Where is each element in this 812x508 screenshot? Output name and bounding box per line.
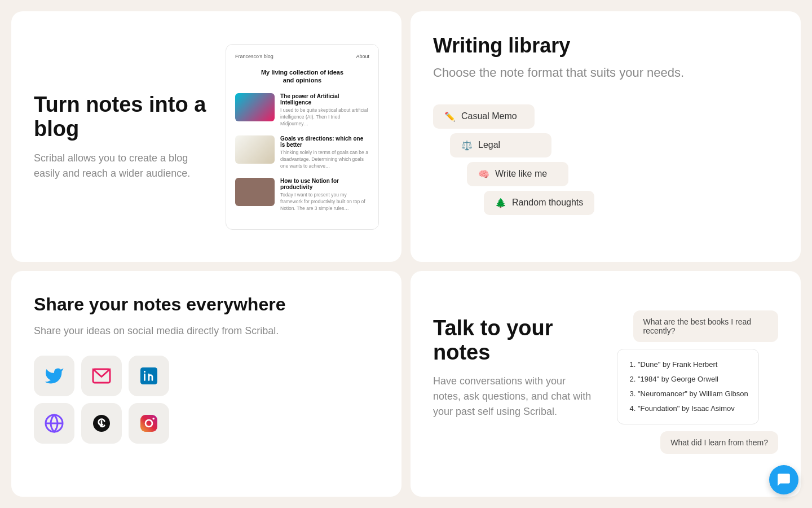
blog-post-3-info: How to use Notion for productivity Today… <box>280 178 369 212</box>
blog-site-name: Francesco's blog <box>235 54 273 59</box>
book-1: "Dune" by Frank Herbert <box>638 357 748 372</box>
blog-post-2-info: Goals vs directions: which one is better… <box>280 135 369 170</box>
svg-point-2 <box>144 371 145 373</box>
blog-nav-link: About <box>356 54 369 59</box>
linkedin-icon-button[interactable] <box>129 356 169 396</box>
blog-preview-header: Francesco's blog About <box>235 54 369 59</box>
talk-description: Have conversations with your notes, ask … <box>433 374 594 419</box>
book-list: "Dune" by Frank Herbert "1984" by George… <box>628 357 748 416</box>
svg-rect-5 <box>140 415 157 432</box>
library-description: Choose the note format that suits your n… <box>433 64 778 82</box>
svg-point-7 <box>152 418 155 420</box>
blog-post-2: Goals vs directions: which one is better… <box>235 135 369 170</box>
blog-post-1-title: The power of Artificial Intelligence <box>280 93 369 106</box>
blog-post-1-excerpt: I used to be quite skeptical about artif… <box>280 107 369 128</box>
blog-heading: Turn notes into a blog <box>34 93 214 142</box>
legal-icon: ⚖️ <box>461 140 473 151</box>
book-4: "Foundation" by Isaac Asimov <box>638 401 748 416</box>
legal-label: Legal <box>478 140 500 150</box>
book-3: "Neuromancer" by William Gibson <box>638 387 748 401</box>
share-card: Share your notes everywhere Share your i… <box>11 271 401 497</box>
random-thoughts-label: Random thoughts <box>512 198 583 208</box>
blog-description: Scribal allows you to create a blog easi… <box>34 151 214 181</box>
blog-post-2-excerpt: Thinking solely in terms of goals can be… <box>280 150 369 170</box>
chat-response-1: "Dune" by Frank Herbert "1984" by George… <box>617 349 759 424</box>
share-description: Share your ideas on social media directl… <box>34 323 379 339</box>
web-icon-button[interactable] <box>34 403 74 444</box>
blog-thumb-2 <box>235 135 275 164</box>
blog-preview-title: My living collection of ideasand opinion… <box>235 68 369 85</box>
instagram-icon-button[interactable] <box>129 403 169 444</box>
library-items: ✏️ Casual Memo ⚖️ Legal 🧠 Write like me … <box>433 104 778 220</box>
blog-thumb-3 <box>235 178 275 206</box>
blog-preview: Francesco's blog About My living collect… <box>226 44 379 230</box>
library-item-legal[interactable]: ⚖️ Legal <box>450 133 551 157</box>
chat-question-1: What are the best books I read recently? <box>633 310 778 342</box>
talk-heading: Talk to your notes <box>433 316 594 365</box>
library-heading: Writing library <box>433 34 778 58</box>
blog-text: Turn notes into a blog Scribal allows yo… <box>34 93 214 181</box>
blog-post-3-title: How to use Notion for productivity <box>280 178 369 190</box>
write-like-me-label: Write like me <box>495 169 547 179</box>
casual-memo-icon: ✏️ <box>444 111 456 122</box>
talk-card: Talk to your notes Have conversations wi… <box>411 271 801 497</box>
chat-fab-button[interactable] <box>769 465 798 494</box>
blog-post-3-excerpt: Today I want to present you my framework… <box>280 192 369 212</box>
book-2: "1984" by George Orwell <box>638 372 748 387</box>
library-item-casual-memo[interactable]: ✏️ Casual Memo <box>433 104 535 129</box>
blog-card: Turn notes into a blog Scribal allows yo… <box>11 11 401 262</box>
library-item-write-like-me[interactable]: 🧠 Write like me <box>467 162 568 186</box>
social-grid <box>34 356 379 444</box>
blog-post-1-info: The power of Artificial Intelligence I u… <box>280 93 369 128</box>
blog-post-3: How to use Notion for productivity Today… <box>235 178 369 212</box>
random-thoughts-icon: 🌲 <box>495 198 506 208</box>
twitter-icon-button[interactable] <box>34 356 74 396</box>
blog-thumb-1 <box>235 93 275 121</box>
chat-area: What are the best books I read recently?… <box>617 294 778 454</box>
threads-icon-button[interactable] <box>81 403 122 444</box>
casual-memo-label: Casual Memo <box>461 111 517 121</box>
email-icon-button[interactable] <box>81 356 122 396</box>
library-card: Writing library Choose the note format t… <box>411 11 801 262</box>
blog-post-2-title: Goals vs directions: which one is better <box>280 135 369 148</box>
library-item-random-thoughts[interactable]: 🌲 Random thoughts <box>484 191 594 215</box>
talk-text: Talk to your notes Have conversations wi… <box>433 294 594 419</box>
chat-question-2: What did I learn from them? <box>660 431 778 454</box>
share-heading: Share your notes everywhere <box>34 294 379 315</box>
blog-post-1: The power of Artificial Intelligence I u… <box>235 93 369 128</box>
write-like-me-icon: 🧠 <box>478 169 489 179</box>
